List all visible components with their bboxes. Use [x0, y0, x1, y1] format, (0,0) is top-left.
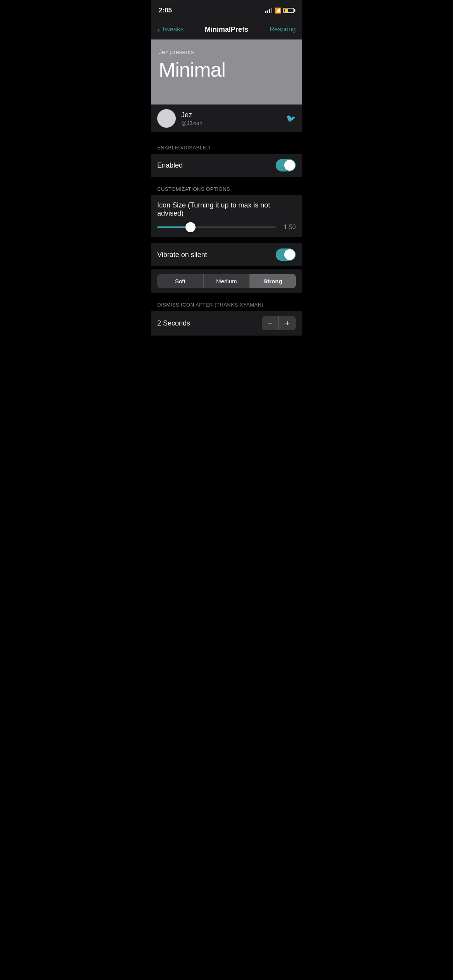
- author-row: Jez @J3ziah 🐦: [151, 105, 302, 132]
- customizations-section: CUSTOMIZATIONS OPTIONS Icon Size (Turnin…: [151, 180, 302, 237]
- battery-fill: [285, 9, 288, 12]
- author-handle: @J3ziah: [181, 120, 202, 126]
- avatar: [157, 109, 176, 128]
- wifi-icon: 📶: [275, 7, 281, 14]
- segment-medium[interactable]: Medium: [204, 274, 250, 288]
- slider-container: 1.50: [157, 224, 296, 231]
- vibration-strength-section: Soft Medium Strong: [151, 269, 302, 293]
- segment-strong[interactable]: Strong: [250, 274, 296, 288]
- slider-track[interactable]: [157, 226, 276, 228]
- battery-icon: [283, 8, 294, 13]
- chevron-left-icon: ‹: [157, 26, 160, 33]
- respring-button[interactable]: Respring: [269, 26, 296, 33]
- increment-button[interactable]: +: [279, 316, 296, 330]
- signal-icon: [265, 8, 272, 13]
- gap-1: [151, 135, 302, 139]
- gap-3: [151, 240, 302, 243]
- icon-size-slider-section: Icon Size (Turning it up to max is not a…: [151, 195, 302, 237]
- back-label: Tweaks: [161, 26, 184, 33]
- dismiss-row: 2 Seconds − +: [151, 311, 302, 336]
- slider-thumb[interactable]: [185, 222, 196, 232]
- author-details: Jez @J3ziah: [181, 111, 202, 126]
- author-name: Jez: [181, 111, 202, 119]
- dismiss-label: 2 Seconds: [157, 319, 190, 327]
- slider-label: Icon Size (Turning it up to max is not a…: [157, 201, 296, 218]
- banner-title: Minimal: [159, 58, 294, 81]
- twitter-icon[interactable]: 🐦: [286, 114, 296, 123]
- dismiss-header: DISMISS ICON AFTER (THANKS XYAMAN): [151, 296, 302, 311]
- toggle-thumb: [284, 160, 295, 171]
- segment-control: Soft Medium Strong: [157, 274, 296, 288]
- customizations-header: CUSTOMIZATIONS OPTIONS: [151, 180, 302, 195]
- gap-5: [151, 293, 302, 296]
- header-banner: Jez presents Minimal: [151, 39, 302, 105]
- vibrate-section: Vibrate on silent: [151, 243, 302, 266]
- gap-4: [151, 266, 302, 269]
- back-button[interactable]: ‹ Tweaks: [157, 26, 184, 33]
- status-icons: 📶: [265, 7, 294, 14]
- enabled-row: Enabled: [151, 154, 302, 177]
- nav-bar: ‹ Tweaks MinimalPrefs Respring: [151, 19, 302, 39]
- vibrate-row: Vibrate on silent: [151, 243, 302, 266]
- status-time: 2:05: [159, 7, 172, 14]
- status-bar: 2:05 📶: [151, 0, 302, 19]
- vibrate-toggle[interactable]: [276, 248, 296, 261]
- segment-soft[interactable]: Soft: [157, 274, 204, 288]
- vibrate-label: Vibrate on silent: [157, 251, 207, 259]
- enabled-toggle[interactable]: [276, 159, 296, 171]
- slider-value: 1.50: [280, 224, 296, 231]
- stepper-controls: − +: [262, 316, 296, 330]
- enabled-section: ENABLED/DISABLED Enabled: [151, 139, 302, 177]
- dismiss-section: DISMISS ICON AFTER (THANKS XYAMAN) 2 Sec…: [151, 296, 302, 336]
- enabled-section-header: ENABLED/DISABLED: [151, 139, 302, 154]
- gap-2: [151, 177, 302, 180]
- decrement-button[interactable]: −: [262, 316, 279, 330]
- enabled-label: Enabled: [157, 161, 183, 170]
- author-info: Jez @J3ziah: [157, 109, 202, 128]
- banner-subtitle: Jez presents: [159, 49, 294, 56]
- nav-title: MinimalPrefs: [205, 26, 248, 34]
- vibrate-toggle-thumb: [284, 249, 295, 260]
